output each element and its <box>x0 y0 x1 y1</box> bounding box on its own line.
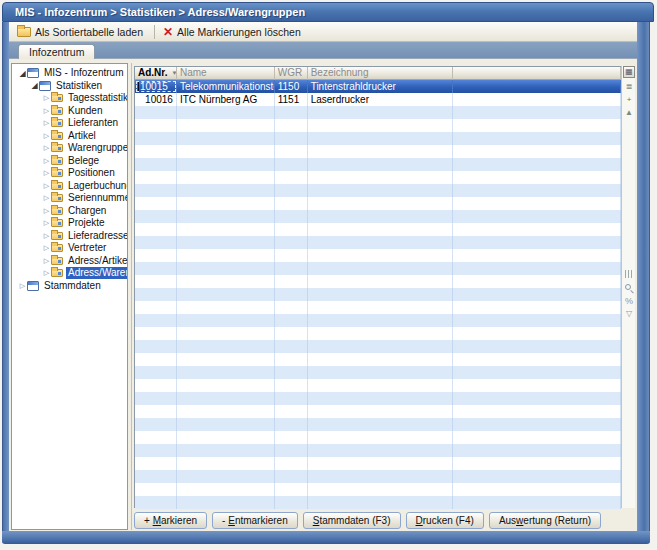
grid-cell[interactable] <box>453 80 621 93</box>
grid-cell[interactable] <box>308 184 454 197</box>
tree-item-lieferanten[interactable]: ▷Lieferanten <box>12 117 127 130</box>
expand-arrow-icon[interactable]: ▷ <box>42 94 51 102</box>
grid-cell[interactable] <box>453 223 621 236</box>
grid-cell[interactable] <box>453 379 621 392</box>
tree-item-artikel[interactable]: ▷Artikel <box>12 130 127 143</box>
grid-cell[interactable] <box>177 353 275 366</box>
grid-cell[interactable] <box>308 496 454 509</box>
tree-item-lagerbuchungen[interactable]: ▷Lagerbuchungen <box>12 180 127 193</box>
toolbar-button-clear-marks[interactable]: ✕Alle Markierungen löschen <box>159 23 308 40</box>
grid-row-10016[interactable]: 10016ITC Nürnberg AG1151Laserdrucker <box>135 93 621 106</box>
grid-cell[interactable] <box>177 288 275 301</box>
grid-empty-row[interactable] <box>135 314 621 327</box>
grid-row-10015[interactable]: 10015Telekommunikationste1150Tintenstrah… <box>135 80 621 93</box>
grid-cell[interactable] <box>177 301 275 314</box>
grid-cell[interactable] <box>308 470 454 483</box>
add-icon[interactable]: + <box>624 95 634 104</box>
grid-cell[interactable] <box>177 392 275 405</box>
grid-cell[interactable] <box>135 392 177 405</box>
grid-cell[interactable] <box>453 301 621 314</box>
expand-arrow-icon[interactable]: ▷ <box>42 132 51 140</box>
grid-cell[interactable] <box>275 353 308 366</box>
grid-cell[interactable]: Telekommunikationste <box>177 80 275 93</box>
grid-cell[interactable] <box>453 405 621 418</box>
grid-empty-row[interactable] <box>135 444 621 457</box>
grid-cell[interactable] <box>135 431 177 444</box>
footer-button-auswertung-return[interactable]: Auswertung (Return) <box>489 512 601 529</box>
grid-empty-row[interactable] <box>135 431 621 444</box>
grid-cell[interactable] <box>308 197 454 210</box>
grid-cell[interactable] <box>453 366 621 379</box>
grid-cell[interactable] <box>135 366 177 379</box>
grid-cell[interactable] <box>177 184 275 197</box>
grid-cell[interactable] <box>308 457 454 470</box>
expand-arrow-icon[interactable]: ▷ <box>42 144 51 152</box>
expand-arrow-icon[interactable]: ▷ <box>42 169 51 177</box>
grid-cell[interactable] <box>135 444 177 457</box>
grid-empty-row[interactable] <box>135 496 621 509</box>
grid-cell[interactable] <box>135 223 177 236</box>
grid-cell[interactable] <box>177 106 275 119</box>
expand-arrow-icon[interactable]: ▷ <box>18 282 27 290</box>
grid-cell[interactable] <box>275 106 308 119</box>
grid-cell[interactable] <box>308 262 454 275</box>
grid-cell[interactable] <box>308 210 454 223</box>
grid-empty-row[interactable] <box>135 366 621 379</box>
grid-cell[interactable] <box>453 262 621 275</box>
grid-cell[interactable] <box>308 431 454 444</box>
grid-empty-row[interactable] <box>135 470 621 483</box>
grid-empty-row[interactable] <box>135 275 621 288</box>
tree-item-statistiken[interactable]: ◢Statistiken <box>12 80 127 93</box>
tree-item-seriennummern[interactable]: ▷Seriennummern <box>12 192 127 205</box>
grid-cell[interactable] <box>177 431 275 444</box>
grid-cell[interactable] <box>275 210 308 223</box>
grid-cell[interactable] <box>177 236 275 249</box>
grid-cell[interactable] <box>308 444 454 457</box>
up-arrow-icon[interactable]: ▲ <box>624 108 634 117</box>
percent-icon[interactable]: % <box>624 296 634 306</box>
grid-cell[interactable] <box>177 366 275 379</box>
expand-arrow-icon[interactable]: ▷ <box>42 257 51 265</box>
grid-cell[interactable] <box>308 223 454 236</box>
tree-item-kunden[interactable]: ▷Kunden <box>12 105 127 118</box>
grid-empty-row[interactable] <box>135 184 621 197</box>
grid-cell[interactable] <box>453 314 621 327</box>
grid-cell[interactable] <box>308 158 454 171</box>
toolbar-button-load-sort-table[interactable]: Als Sortiertabelle laden <box>13 23 150 40</box>
grid-cell[interactable]: Laserdrucker <box>308 93 454 106</box>
grid-cell[interactable] <box>275 314 308 327</box>
grid-cell[interactable] <box>453 106 621 119</box>
grid-cell[interactable] <box>177 197 275 210</box>
grid-cell[interactable] <box>453 210 621 223</box>
grid-cell[interactable] <box>135 249 177 262</box>
grid-cell[interactable] <box>308 392 454 405</box>
grid-cell[interactable] <box>275 470 308 483</box>
grid-cell[interactable] <box>308 327 454 340</box>
grid-cell[interactable] <box>135 119 177 132</box>
grid-cell[interactable] <box>275 405 308 418</box>
grid-cell[interactable] <box>275 223 308 236</box>
grid-cell[interactable] <box>275 496 308 509</box>
grid-cell[interactable] <box>177 340 275 353</box>
grid-cell[interactable] <box>275 379 308 392</box>
grid-cell[interactable] <box>308 236 454 249</box>
grid-cell[interactable] <box>135 184 177 197</box>
grid-cell[interactable] <box>275 483 308 496</box>
grid-cell[interactable] <box>308 132 454 145</box>
grid-cell[interactable] <box>275 249 308 262</box>
grid-empty-row[interactable] <box>135 262 621 275</box>
grid-cell[interactable] <box>135 327 177 340</box>
grid-cell[interactable] <box>177 496 275 509</box>
grid-cell[interactable] <box>275 236 308 249</box>
expand-arrow-icon[interactable]: ▷ <box>42 232 51 240</box>
grid-empty-row[interactable] <box>135 353 621 366</box>
grid-cell[interactable] <box>308 301 454 314</box>
grid-cell[interactable] <box>308 314 454 327</box>
grid-cell[interactable] <box>453 171 621 184</box>
grid-cell[interactable] <box>308 106 454 119</box>
grid-empty-row[interactable] <box>135 158 621 171</box>
grid-cell[interactable] <box>135 275 177 288</box>
grid-cell[interactable] <box>308 340 454 353</box>
tree-item-tagesstatistik[interactable]: ▷Tagesstatistik <box>12 92 127 105</box>
grid-cell[interactable] <box>453 158 621 171</box>
